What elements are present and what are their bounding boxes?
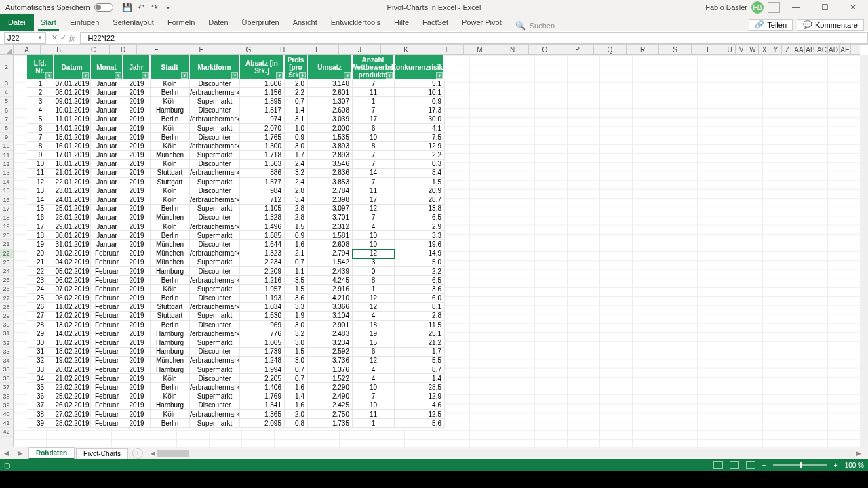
table-column-header[interactable]: Anzahl Wettbewerbs-produkte▾ xyxy=(353,55,395,79)
autosave-toggle[interactable]: Automatisches Speichern xyxy=(0,3,119,12)
chevron-down-icon[interactable]: ▼ xyxy=(37,35,43,41)
row-header[interactable]: 13 xyxy=(0,169,13,178)
row-header[interactable]: 31 xyxy=(0,329,13,338)
cell[interactable]: 35 xyxy=(27,383,54,392)
cell[interactable]: 1.193 xyxy=(240,294,285,303)
cell[interactable]: Januar xyxy=(91,115,123,124)
cell[interactable]: Februar xyxy=(91,329,123,338)
cell[interactable]: 19,6 xyxy=(395,240,445,249)
cell[interactable]: 8,7 xyxy=(395,365,445,374)
filter-icon[interactable]: ▾ xyxy=(45,72,52,79)
cell[interactable]: 01.02.2019 xyxy=(54,249,91,258)
cell[interactable]: 3,1 xyxy=(285,115,308,124)
cell[interactable]: 22.01.2019 xyxy=(54,178,91,186)
cell[interactable]: 3,0 xyxy=(285,321,308,329)
cell[interactable]: 17 xyxy=(353,195,395,204)
cell[interactable]: 30,0 xyxy=(395,115,445,124)
cell[interactable]: Februar xyxy=(91,267,123,276)
cell[interactable]: Januar xyxy=(91,195,123,204)
cell[interactable]: 7 xyxy=(353,160,395,169)
cell[interactable]: 2.592 xyxy=(308,348,353,357)
row-header[interactable]: 27 xyxy=(0,294,13,303)
cell[interactable]: 4 xyxy=(353,222,395,231)
cell[interactable]: 08.01.2019 xyxy=(54,88,91,97)
cell[interactable]: Verbrauchermarkt xyxy=(190,169,240,178)
cell[interactable]: 09.01.2019 xyxy=(54,97,91,106)
cell[interactable]: Stuttgart xyxy=(151,178,190,186)
cell[interactable]: 2.000 xyxy=(308,124,353,133)
cell[interactable]: 1,5 xyxy=(285,222,308,231)
cell[interactable]: 1.769 xyxy=(240,392,285,401)
cell[interactable]: 23.01.2019 xyxy=(54,186,91,195)
cell[interactable]: 34 xyxy=(27,374,54,383)
cell[interactable]: Verbrauchermarkt xyxy=(190,142,240,150)
cell[interactable]: 2019 xyxy=(123,338,151,347)
cell[interactable]: Verbrauchermarkt xyxy=(190,195,240,204)
row-header[interactable]: 32 xyxy=(0,338,13,347)
cell[interactable]: 16 xyxy=(27,214,54,222)
cell[interactable]: Supermarkt xyxy=(190,97,240,106)
cell[interactable]: 2 xyxy=(27,88,54,97)
cell[interactable]: 2019 xyxy=(123,321,151,329)
cell[interactable]: 2,2 xyxy=(285,88,308,97)
fx-icon[interactable]: fx xyxy=(69,34,75,42)
cell[interactable]: 2019 xyxy=(123,312,151,321)
cell[interactable]: Berlin xyxy=(151,205,190,214)
select-all-button[interactable] xyxy=(0,45,14,55)
cell[interactable]: 2019 xyxy=(123,133,151,142)
cell[interactable]: Berlin xyxy=(151,383,190,392)
cell[interactable]: 1,7 xyxy=(285,151,308,160)
cell[interactable]: 1.606 xyxy=(240,79,285,88)
table-column-header[interactable]: Umsatz▾ xyxy=(308,55,353,79)
row-header[interactable]: 38 xyxy=(0,392,13,401)
cell[interactable]: 1.300 xyxy=(240,142,285,150)
cell[interactable]: Berlin xyxy=(151,115,190,124)
cell[interactable]: 1.739 xyxy=(240,348,285,357)
zoom-in-icon[interactable]: + xyxy=(834,462,838,469)
cell[interactable]: 3,6 xyxy=(285,294,308,303)
column-header[interactable]: K xyxy=(381,45,431,55)
cell[interactable]: 1.541 xyxy=(240,401,285,410)
cell[interactable]: 1.735 xyxy=(308,419,353,428)
cell[interactable]: 776 xyxy=(240,329,285,338)
cell[interactable]: 3,2 xyxy=(285,329,308,338)
cell[interactable]: 11 xyxy=(27,169,54,178)
cell[interactable]: 1.503 xyxy=(240,160,285,169)
cell[interactable]: 2.234 xyxy=(240,258,285,267)
cell[interactable]: 18 xyxy=(353,321,395,329)
column-header[interactable]: AB xyxy=(805,45,816,55)
cell[interactable]: 1 xyxy=(353,97,395,106)
cell[interactable]: 39 xyxy=(27,419,54,428)
cell[interactable]: Berlin xyxy=(151,321,190,329)
cell[interactable]: 11 xyxy=(353,410,395,419)
cell[interactable]: Verbrauchermarkt xyxy=(190,383,240,392)
cell[interactable]: Verbrauchermarkt xyxy=(190,222,240,231)
cell[interactable]: 38 xyxy=(27,410,54,419)
row-header[interactable]: 29 xyxy=(0,312,13,321)
cell[interactable]: 8 xyxy=(353,142,395,150)
comments-button[interactable]: 💬Kommentare xyxy=(797,19,864,30)
row-header[interactable]: 2 xyxy=(0,55,13,79)
cell[interactable]: 24 xyxy=(27,285,54,293)
cell[interactable]: 1,1 xyxy=(285,267,308,276)
cell[interactable]: Februar xyxy=(91,383,123,392)
record-macro-icon[interactable]: ▢ xyxy=(4,462,10,469)
cell[interactable]: Discounter xyxy=(190,133,240,142)
cell[interactable]: Stuttgart xyxy=(151,303,190,312)
cell[interactable]: 5,0 xyxy=(395,258,445,267)
cell[interactable]: 984 xyxy=(240,186,285,195)
cell[interactable]: München xyxy=(151,151,190,160)
column-header[interactable]: U xyxy=(724,45,736,55)
cell[interactable]: München xyxy=(151,240,190,249)
cell[interactable]: 4 xyxy=(353,374,395,383)
cell[interactable]: Discounter xyxy=(190,214,240,222)
filter-icon[interactable]: ▾ xyxy=(436,72,443,79)
cell[interactable]: Februar xyxy=(91,276,123,285)
cell[interactable]: Supermarkt xyxy=(190,419,240,428)
cell[interactable]: 2.784 xyxy=(308,186,353,195)
table-column-header[interactable]: Stadt▾ xyxy=(151,55,190,79)
cell[interactable]: 33 xyxy=(27,365,54,374)
cell[interactable]: 0,9 xyxy=(395,97,445,106)
cell[interactable]: 2,8 xyxy=(285,214,308,222)
cell[interactable]: 1,6 xyxy=(285,401,308,410)
